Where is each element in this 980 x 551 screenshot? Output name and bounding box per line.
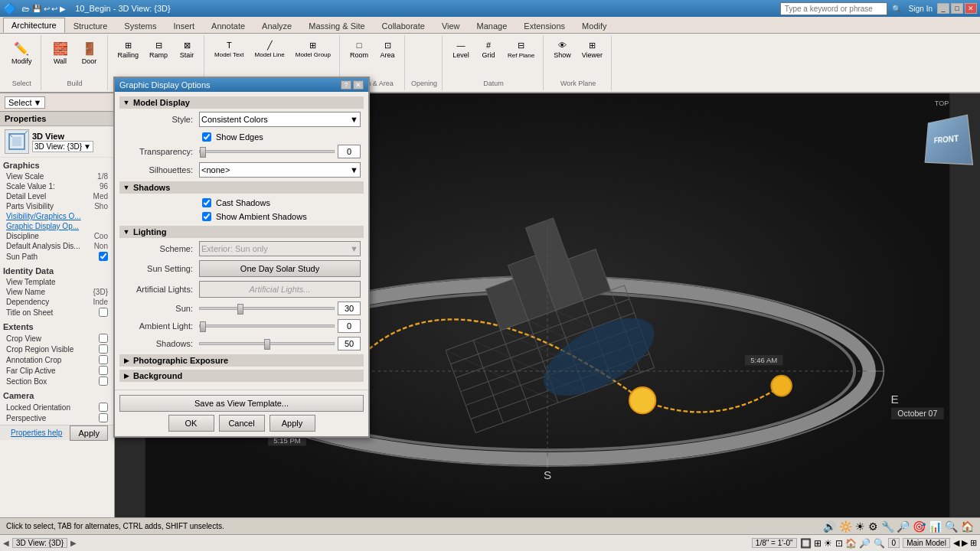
save-template-button[interactable]: Save as View Template... (119, 395, 364, 412)
view-name-val[interactable]: {3D} (93, 288, 108, 296)
tab-manage[interactable]: Manage (469, 18, 516, 33)
properties-help-link[interactable]: Properties help (6, 427, 67, 439)
view-tab[interactable]: 3D View: {3D} (12, 538, 67, 548)
view-cube-face[interactable]: FRONT (925, 114, 974, 165)
show-edges-checkbox[interactable] (202, 132, 211, 142)
wall-button[interactable]: 🧱 Wall (47, 37, 74, 67)
ramp-button[interactable]: ⊟ Ramp (145, 37, 172, 61)
room-button[interactable]: □ Room (346, 37, 372, 61)
scheme-dropdown[interactable]: Exterior: Sun only ▼ (199, 241, 361, 256)
detail-level-val[interactable]: Med (93, 192, 108, 201)
apply-button[interactable]: Apply (270, 415, 315, 432)
shadows-thumb[interactable] (264, 339, 270, 350)
photographic-section-header[interactable]: ▶ Photographic Exposure (119, 354, 364, 367)
cancel-button[interactable]: Cancel (219, 415, 265, 432)
shadows-section-header[interactable]: ▼ Shadows (119, 181, 364, 194)
tab-collaborate[interactable]: Collaborate (374, 18, 433, 33)
tab-insert[interactable]: Insert (165, 18, 204, 33)
visibility-graphics-link[interactable]: Visibility/Graphics O... (6, 212, 81, 220)
level-button[interactable]: — Level (449, 37, 473, 61)
tab-annotate[interactable]: Annotate (203, 18, 253, 33)
show-edges-row: Show Edges (119, 131, 364, 143)
tab-modify[interactable]: Modify (573, 18, 615, 33)
annotation-crop-checkbox[interactable] (99, 355, 108, 364)
shadows-track[interactable] (199, 342, 335, 345)
discipline-label: Discipline (6, 232, 39, 240)
tab-structure[interactable]: Structure (65, 18, 116, 33)
tab-massing[interactable]: Massing & Site (300, 18, 373, 33)
view-instance-dropdown[interactable]: 3D View: {3D} ▼ (32, 141, 93, 152)
sun-path-checkbox[interactable] (99, 252, 108, 261)
transparency-thumb[interactable] (200, 147, 206, 158)
tab-view[interactable]: View (433, 18, 469, 33)
ambient-light-thumb[interactable] (200, 321, 206, 332)
dialog-title: Graphic Display Options (119, 80, 211, 90)
close-button[interactable]: ✕ (965, 3, 977, 14)
model-text-button[interactable]: T Model Text (211, 37, 248, 60)
dialog-footer: Save as View Template... OK Cancel Apply (115, 390, 368, 436)
grid-label: Grid (482, 51, 495, 59)
transparency-track[interactable] (199, 150, 335, 153)
ambient-light-track[interactable] (199, 324, 335, 328)
modify-button[interactable]: ✏️ Modify (8, 37, 36, 67)
lighting-section-header[interactable]: ▼ Lighting (119, 226, 364, 238)
viewer-button[interactable]: ⊞ Viewer (578, 37, 606, 61)
sun-track[interactable] (199, 307, 335, 310)
perspective-checkbox[interactable] (99, 413, 108, 422)
dialog-close-btn[interactable]: ✕ (353, 80, 364, 90)
sun-setting-button[interactable]: One Day Solar Study (199, 260, 361, 277)
default-analysis-val[interactable]: Non (94, 242, 108, 250)
section-box-checkbox[interactable] (99, 377, 108, 386)
display-options-link[interactable]: Graphic Display Op... (6, 222, 79, 230)
model-display-section-header[interactable]: ▼ Model Display (119, 96, 364, 109)
far-clip-checkbox[interactable] (99, 366, 108, 375)
scale-value-val[interactable]: 96 (100, 182, 108, 191)
background-section-header[interactable]: ▶ Background (119, 370, 364, 382)
select-dropdown[interactable]: Select ▼ (5, 96, 45, 109)
ambient-shadows-checkbox[interactable] (202, 212, 211, 221)
style-label: Style: (122, 115, 199, 124)
model-line-button[interactable]: ╱ Model Line (251, 37, 289, 60)
maximize-button[interactable]: □ (951, 3, 963, 14)
ambient-light-value[interactable]: 0 (338, 319, 361, 333)
scroll-right-btn[interactable]: ▶ (70, 539, 77, 547)
grid-button[interactable]: # Grid (476, 37, 501, 61)
stair-button[interactable]: ⊠ Stair (175, 37, 199, 61)
tab-analyze[interactable]: Analyze (253, 18, 300, 33)
door-button[interactable]: 🚪 Door (77, 37, 103, 67)
model-group-button[interactable]: ⊞ Model Group (292, 37, 335, 60)
user-label[interactable]: Sign In (909, 5, 933, 13)
locked-orientation-checkbox[interactable] (99, 403, 108, 412)
title-on-sheet-checkbox[interactable] (99, 308, 108, 317)
sun-value[interactable]: 30 (338, 302, 361, 315)
view-scale-value[interactable]: 1/8 (97, 172, 108, 181)
properties-apply-button[interactable]: Apply (70, 425, 108, 441)
crop-region-checkbox[interactable] (99, 344, 108, 354)
discipline-val[interactable]: Coo (94, 232, 108, 240)
crop-view-checkbox[interactable] (99, 334, 108, 343)
ok-button[interactable]: OK (168, 415, 214, 432)
viewer-icon: ⊞ (586, 39, 598, 51)
ref-plane-button[interactable]: ⊟ Ref Plane (504, 37, 538, 61)
style-dropdown[interactable]: Consistent Colors ▼ (199, 112, 361, 127)
parts-visibility-val[interactable]: Sho (94, 202, 108, 210)
tab-architecture[interactable]: Architecture (3, 18, 65, 33)
show-button[interactable]: 👁 Show (550, 37, 575, 61)
dialog-help-btn[interactable]: ? (341, 80, 351, 90)
dependency-val[interactable]: Inde (93, 298, 108, 306)
view-cube[interactable]: TOP FRONT (911, 99, 972, 161)
sun-thumb[interactable] (237, 304, 243, 315)
minimize-button[interactable]: _ (937, 3, 949, 14)
scroll-left-btn[interactable]: ◀ (3, 539, 9, 547)
shadows-value[interactable]: 50 (338, 337, 361, 350)
area-button[interactable]: ⊡ Area (375, 37, 400, 61)
scale-value-row: Scale Value 1: 96 (3, 181, 111, 191)
tab-systems[interactable]: Systems (116, 18, 165, 33)
tab-extensions[interactable]: Extensions (515, 18, 573, 33)
cast-shadows-checkbox[interactable] (202, 198, 211, 207)
sun-path-row: Sun Path (3, 251, 111, 262)
silhouettes-dropdown[interactable]: <none> ▼ (199, 162, 361, 178)
transparency-value[interactable]: 0 (338, 145, 361, 158)
search-input[interactable] (780, 2, 887, 15)
railing-button[interactable]: ⊞ Railing (114, 37, 143, 61)
